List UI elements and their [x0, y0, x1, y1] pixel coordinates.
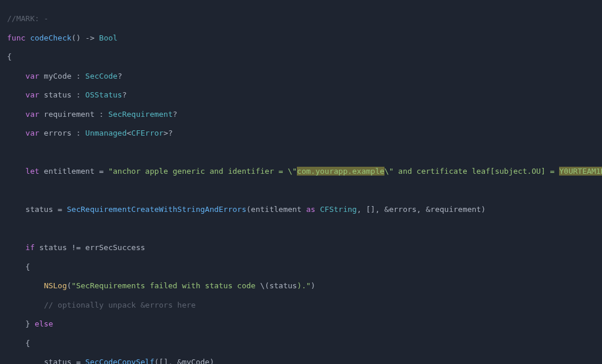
code-line: if status != errSecSuccess	[7, 243, 595, 252]
code-line: {	[7, 52, 595, 62]
blank-line	[7, 224, 595, 234]
code-line: var status : OSStatus?	[7, 90, 595, 100]
blank-line	[7, 148, 595, 157]
keyword-func: func	[7, 33, 25, 42]
return-type: Bool	[99, 33, 118, 42]
code-line: NSLog("SecRequirements failed with statu…	[7, 281, 595, 291]
function-name: codeCheck	[30, 33, 71, 42]
code-line: status = SecRequirementCreateWithStringA…	[7, 205, 595, 214]
code-line: {	[7, 262, 595, 272]
code-line: var requirement : SecRequirement?	[7, 110, 595, 119]
code-line: {	[7, 339, 595, 348]
highlighted-team-id: Y0URTEAM1D	[559, 167, 602, 176]
highlighted-bundle-id: com.yourapp.example	[297, 167, 384, 176]
code-line: //MARK: -	[7, 14, 595, 23]
code-line: let entitlement = "anchor apple generic …	[7, 167, 595, 176]
code-line: } else	[7, 319, 595, 329]
code-line: var errors : Unmanaged<CFError>?	[7, 129, 595, 138]
code-editor-view: //MARK: - func codeCheck() -> Bool { var…	[0, 0, 602, 364]
blank-line	[7, 186, 595, 196]
comment: //MARK: -	[7, 14, 48, 23]
code-line: // optionally unpack &errors here	[7, 301, 595, 310]
code-line: func codeCheck() -> Bool	[7, 33, 595, 43]
code-line: status = SecCodeCopySelf([], &myCode)	[7, 358, 595, 364]
code-line: var myCode : SecCode?	[7, 72, 595, 81]
